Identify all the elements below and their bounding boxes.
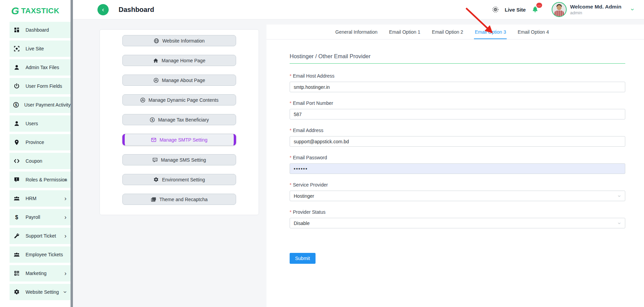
- chat-alert-icon: [13, 177, 20, 183]
- taxstick-g-icon: G: [11, 6, 19, 16]
- required-asterisk: *: [290, 128, 291, 133]
- field-label: *Email Password: [290, 155, 625, 160]
- sidebar-item-hrm[interactable]: HRM ›: [10, 190, 71, 207]
- live-site-link[interactable]: Live Site: [505, 7, 526, 13]
- settings-button-manage-about-page[interactable]: Manage About Page: [122, 75, 236, 86]
- smtp-form: Hostinger / Other Email Provider *Email …: [266, 39, 625, 284]
- sidebar-item-website-setting[interactable]: Website Setting ›: [10, 284, 71, 300]
- sidebar-item-marketing[interactable]: Marketing ›: [10, 265, 71, 281]
- notification-badge: ...: [536, 3, 542, 8]
- email-port-number-input[interactable]: [290, 109, 625, 119]
- user-icon: [13, 120, 20, 127]
- header-actions: Live Site ... Welcome Md. Admin admin ›: [492, 2, 634, 17]
- sidebar-item-admin-tax-files[interactable]: Admin Tax Files: [10, 59, 71, 76]
- display-settings-icon[interactable]: [492, 6, 499, 13]
- email-password-input[interactable]: [290, 163, 625, 174]
- sidebar-scrollbar[interactable]: [71, 0, 73, 307]
- sidebar-item-roles-permission[interactable]: Roles & Permission ›: [10, 172, 71, 188]
- settings-button-label: Manage SMS Setting: [161, 157, 206, 163]
- field-label: *Provider Status: [290, 209, 625, 215]
- notifications-button[interactable]: ...: [532, 5, 539, 14]
- code-icon: [13, 158, 20, 164]
- chevron-down-icon: ›: [616, 222, 623, 224]
- sidebar-item-label: Live Site: [26, 46, 44, 51]
- settings-button-label: Environment Setting: [162, 177, 205, 182]
- settings-button-manage-home-page[interactable]: Manage Home Page: [122, 55, 236, 66]
- sidebar-item-payroll[interactable]: $ Payroll ›: [10, 209, 71, 225]
- form-field-provider-status: *Provider Status Disable ›: [290, 209, 625, 228]
- form-field-service-provider: *Service Provider Hostinger ›: [290, 182, 625, 201]
- qr-icon: [13, 270, 20, 276]
- tab-email-option-3[interactable]: Email Option 3: [474, 25, 507, 39]
- provider-status-select[interactable]: Disable ›: [290, 218, 625, 228]
- sidebar-item-support-ticket[interactable]: Support Ticket ›: [10, 228, 71, 244]
- svg-text:$: $: [152, 118, 153, 122]
- sidebar-item-user-form-fields[interactable]: User Form Fields: [10, 78, 71, 94]
- chevron-right-icon: ›: [64, 195, 66, 201]
- sidebar-item-user-payment-activity[interactable]: $ User Payment Activity: [10, 97, 71, 113]
- brand-logo[interactable]: G TAXSTICK: [0, 0, 71, 22]
- sidebar-item-label: User Form Fields: [26, 83, 62, 89]
- user-role-text: admin: [570, 10, 622, 16]
- user-welcome-text: Welcome Md. Admin: [570, 3, 622, 10]
- form-field-email-address: *Email Address: [290, 128, 625, 147]
- settings-button-manage-tax-beneficiary[interactable]: $ Manage Tax Beneficiary: [122, 114, 236, 125]
- settings-button-manage-sms-setting[interactable]: Manage SMS Setting: [122, 154, 236, 165]
- grid-icon: [13, 27, 20, 33]
- settings-button-website-information[interactable]: Website Information: [122, 35, 236, 46]
- sidebar-item-label: Province: [26, 140, 44, 145]
- chevron-down-icon[interactable]: ›: [629, 9, 637, 11]
- settings-button-environment-setting[interactable]: Environment Setting: [122, 174, 236, 185]
- sidebar-item-label: Payroll: [26, 214, 40, 220]
- app-window: G TAXSTICK Dashboard Live Site Admin Tax…: [0, 0, 644, 307]
- back-button[interactable]: ‹: [97, 4, 109, 15]
- settings-menu-card: Website Information Manage Home Page Man…: [99, 29, 259, 215]
- form-field-email-host: *Email Host Address: [290, 73, 625, 92]
- dollar-circle-icon: $: [13, 102, 19, 108]
- service-provider-select[interactable]: Hostinger ›: [290, 191, 625, 201]
- dollar-icon: $: [13, 214, 20, 220]
- selected-value: Disable: [294, 221, 310, 226]
- chevron-down-icon: ›: [616, 195, 623, 197]
- settings-button-label: Manage Tax Beneficiary: [158, 117, 209, 123]
- sidebar: G TAXSTICK Dashboard Live Site Admin Tax…: [0, 0, 71, 307]
- sidebar-item-dashboard[interactable]: Dashboard: [10, 22, 71, 38]
- sidebar-item-users[interactable]: Users: [10, 115, 71, 132]
- user-icon: [13, 64, 20, 70]
- required-asterisk: *: [290, 182, 291, 188]
- user-menu[interactable]: Welcome Md. Admin admin: [570, 3, 622, 16]
- svg-text:$: $: [15, 214, 18, 220]
- submit-button[interactable]: Submit: [290, 253, 316, 264]
- sidebar-item-label: Roles & Permission: [26, 177, 67, 182]
- field-label: *Email Address: [290, 128, 625, 133]
- tab-email-option-1[interactable]: Email Option 1: [388, 25, 421, 39]
- sidebar-item-coupon[interactable]: Coupon: [10, 153, 71, 169]
- tab-email-option-2[interactable]: Email Option 2: [431, 25, 464, 39]
- sidebar-item-province[interactable]: Province: [10, 134, 71, 150]
- chevron-right-icon: ›: [64, 233, 66, 239]
- scan-icon: [13, 46, 20, 52]
- smtp-form-panel: General Information Email Option 1 Email…: [266, 25, 644, 307]
- settings-button-theme-and-recaptcha[interactable]: Theme and Recaptcha: [122, 194, 236, 205]
- avatar[interactable]: [552, 2, 567, 17]
- sidebar-item-employee-tickets[interactable]: Employee Tickets: [10, 246, 71, 263]
- email-option-tabs: General Information Email Option 1 Email…: [266, 25, 644, 39]
- tab-general-information[interactable]: General Information: [335, 25, 378, 39]
- settings-button-label: Theme and Recaptcha: [159, 197, 208, 202]
- content-area: Website Information Manage Home Page Man…: [73, 19, 644, 307]
- location-pin-icon: [13, 139, 20, 145]
- selected-value: Hostinger: [294, 193, 314, 199]
- sidebar-item-label: Users: [26, 121, 38, 126]
- sidebar-item-label: Marketing: [26, 271, 46, 276]
- tab-email-option-4[interactable]: Email Option 4: [517, 25, 550, 39]
- people-icon: [13, 252, 20, 258]
- field-label: *Service Provider: [290, 182, 625, 188]
- sidebar-item-live-site[interactable]: Live Site: [10, 41, 71, 57]
- email-host-address-input[interactable]: [290, 82, 625, 92]
- settings-button-manage-dynamic-page-contents[interactable]: Manage Dynamic Page Contents: [122, 94, 236, 106]
- settings-button-manage-smtp-setting[interactable]: Manage SMTP Setting: [122, 134, 236, 146]
- sidebar-item-label: User Payment Activity: [24, 102, 71, 108]
- chevron-right-icon: ›: [64, 177, 66, 183]
- email-address-input[interactable]: [290, 136, 625, 147]
- sidebar-item-label: Admin Tax Files: [26, 65, 59, 70]
